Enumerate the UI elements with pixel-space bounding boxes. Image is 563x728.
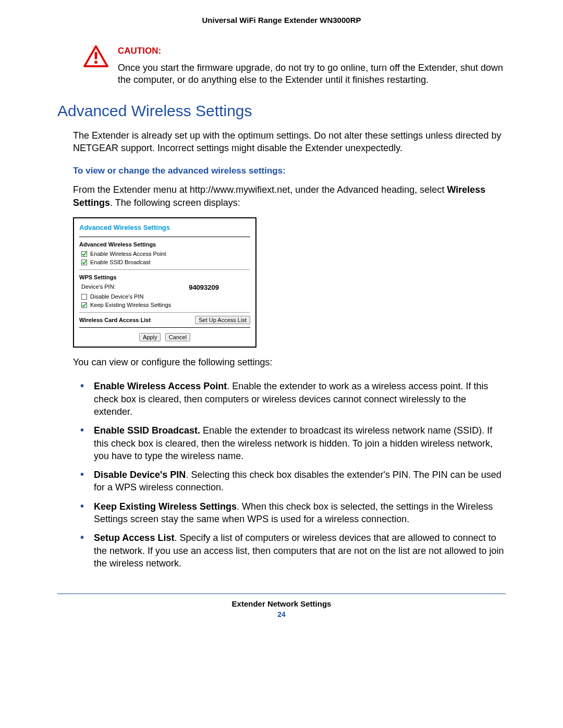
section-heading: Advanced Wireless Settings xyxy=(57,102,506,120)
apply-button[interactable]: Apply xyxy=(139,333,161,341)
setup-access-list-button[interactable]: Set Up Access List xyxy=(195,316,250,324)
bullet-bold: Enable Wireless Access Point xyxy=(94,381,227,391)
wps-settings-label: WPS Settings xyxy=(79,270,250,282)
enable-ssid-row: Enable SSID Broadcast xyxy=(79,258,250,269)
device-pin-label: Device's PIN: xyxy=(81,283,116,291)
keep-existing-label: Keep Existing Wireless Settings xyxy=(90,302,171,308)
enable-ssid-label: Enable SSID Broadcast xyxy=(90,259,151,265)
adv-settings-label: Advanced Wireless Settings xyxy=(79,237,250,250)
caution-block: Caution: Once you start the firmware upg… xyxy=(83,45,506,87)
footer-title: Extender Network Settings xyxy=(57,599,506,608)
bullet-bold: Enable SSID Broadcast. xyxy=(94,425,200,436)
bullet-bold: Disable Device's PIN xyxy=(94,470,186,480)
page-number: 24 xyxy=(57,610,506,619)
bullet-bold: Keep Existing Wireless Settings xyxy=(94,501,237,512)
instruction-post: . The following screen displays: xyxy=(110,198,240,208)
footer-rule xyxy=(57,594,506,594)
svg-rect-1 xyxy=(95,52,97,59)
device-pin-row: Device's PIN: 94093209 xyxy=(79,282,250,292)
keep-existing-row: Keep Existing Wireless Settings xyxy=(79,301,250,312)
access-list-label: Wireless Card Access List xyxy=(79,317,151,323)
list-item: Setup Access List. Specify a list of com… xyxy=(73,528,506,573)
warning-triangle-icon xyxy=(83,45,112,67)
list-item: Disable Device's PIN. Selecting this che… xyxy=(73,465,506,497)
list-item: Enable SSID Broadcast. Enable the extend… xyxy=(73,421,506,465)
after-shot-text: You can view or configure the following … xyxy=(73,356,506,368)
list-item: Enable Wireless Access Point. Enable the… xyxy=(73,377,506,421)
instruction-pre: From the Extender menu at http://www.myw… xyxy=(73,184,447,195)
screenshot-title: Advanced Wireless Settings xyxy=(79,223,250,237)
bullet-bold: Setup Access List xyxy=(94,533,174,543)
list-item: Keep Existing Wireless Settings. When th… xyxy=(73,497,506,529)
disable-pin-row: Disable Device's PIN xyxy=(79,292,250,301)
device-pin-value: 94093209 xyxy=(189,283,219,291)
section-intro: The Extender is already set up with the … xyxy=(73,129,506,155)
access-list-row: Wireless Card Access List Set Up Access … xyxy=(79,313,250,327)
svg-point-2 xyxy=(94,61,97,64)
enable-ap-row: Enable Wireless Access Point xyxy=(79,250,250,258)
caution-label: Caution: xyxy=(118,45,506,57)
disable-pin-label: Disable Device's PIN xyxy=(90,293,143,300)
cancel-button[interactable]: Cancel xyxy=(165,333,190,341)
disable-pin-checkbox[interactable] xyxy=(81,294,87,300)
caution-text: Once you start the firmware upgrade, do … xyxy=(118,62,506,87)
procedure-heading: To view or change the advanced wireless … xyxy=(73,166,506,176)
page-header-title: Universal WiFi Range Extender WN3000RP xyxy=(57,16,506,24)
enable-ap-checkbox[interactable] xyxy=(81,251,87,257)
keep-existing-checkbox[interactable] xyxy=(81,302,87,308)
enable-ssid-checkbox[interactable] xyxy=(81,260,87,265)
enable-ap-label: Enable Wireless Access Point xyxy=(90,251,166,257)
settings-bullet-list: Enable Wireless Access Point. Enable the… xyxy=(73,377,506,573)
settings-screenshot: Advanced Wireless Settings Advanced Wire… xyxy=(73,217,256,348)
instruction-text: From the Extender menu at http://www.myw… xyxy=(73,183,506,209)
